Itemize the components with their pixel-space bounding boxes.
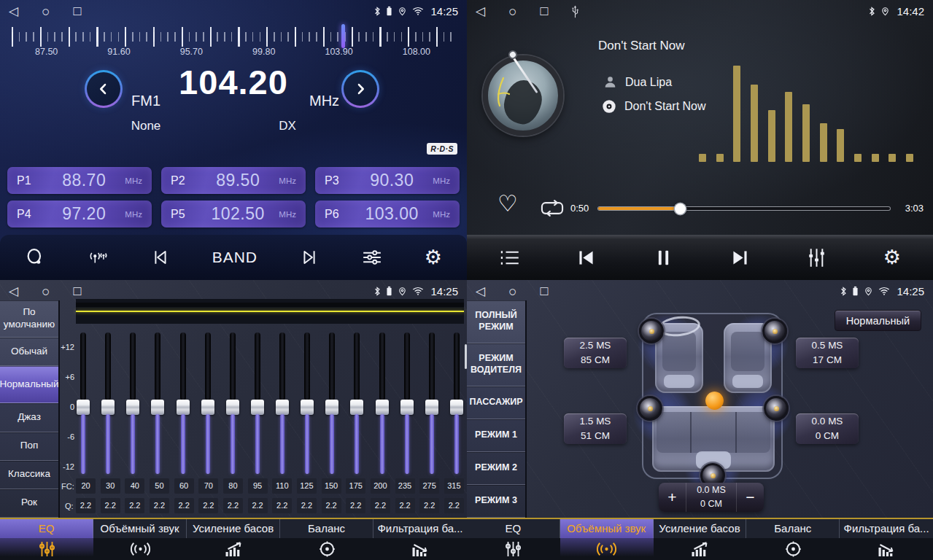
soundfield-mode-item[interactable]: РЕЖИМ ВОДИТЕЛЯ	[467, 343, 525, 386]
recents-icon[interactable]: □	[541, 4, 549, 18]
q-value[interactable]: 2.2	[444, 498, 464, 513]
q-value[interactable]: 2.2	[101, 498, 120, 513]
q-value[interactable]: 2.2	[198, 498, 218, 513]
radio-preset-p6[interactable]: P6103.00MHz	[315, 201, 460, 228]
tab-eq-bars[interactable]: EQ	[0, 519, 93, 560]
q-value[interactable]: 2.2	[297, 498, 317, 513]
fc-value[interactable]: 20	[76, 478, 96, 494]
radio-preset-p5[interactable]: P5102.50MHz	[161, 201, 306, 228]
recents-icon[interactable]: □	[74, 4, 82, 18]
eq-band-slider[interactable]	[150, 332, 165, 475]
q-value[interactable]: 2.2	[174, 498, 194, 513]
back-icon[interactable]: ◁	[9, 5, 18, 18]
q-value[interactable]: 2.2	[395, 498, 415, 513]
repeat-button[interactable]	[540, 198, 565, 221]
eq-preset-item[interactable]: По умолчанию	[0, 300, 58, 338]
soundfield-mode-item[interactable]: РЕЖИМ 2	[467, 452, 525, 485]
q-value[interactable]: 2.2	[272, 498, 292, 513]
tune-down-button[interactable]	[85, 70, 123, 108]
q-value[interactable]: 2.2	[248, 498, 268, 513]
q-value[interactable]: 2.2	[346, 498, 365, 513]
tune-up-button[interactable]	[341, 70, 379, 108]
tab-surround[interactable]: Объёмный звук	[93, 519, 187, 560]
slider-handle[interactable]	[101, 400, 115, 415]
eq-preset-item[interactable]: Джаз	[0, 403, 58, 432]
radio-preset-p1[interactable]: P188.70MHz	[7, 167, 152, 194]
decrease-delay-button[interactable]: −	[736, 483, 764, 512]
eq-band-slider[interactable]	[349, 332, 364, 475]
q-value[interactable]: 2.2	[322, 498, 341, 513]
usb-icon[interactable]	[571, 4, 579, 18]
eq-band-slider[interactable]	[201, 332, 215, 475]
band-button[interactable]: BAND	[212, 249, 258, 266]
slider-handle[interactable]	[151, 400, 164, 415]
recents-icon[interactable]: □	[541, 284, 549, 298]
slider-handle[interactable]	[126, 400, 139, 415]
next-outline-icon[interactable]	[300, 247, 320, 268]
eq-preset-item[interactable]: Классика	[0, 461, 58, 489]
increase-delay-button[interactable]: +	[659, 483, 686, 512]
mixer-h-icon[interactable]	[362, 247, 382, 268]
album-art[interactable]	[483, 55, 563, 136]
home-icon[interactable]: ○	[508, 4, 516, 18]
eq-band-slider[interactable]	[225, 332, 240, 475]
fc-value[interactable]: 50	[150, 478, 169, 494]
radio-preset-p3[interactable]: P390.30MHz	[315, 167, 460, 194]
tab-bass-boost[interactable]: Усиление басов	[187, 519, 280, 560]
soundfield-mode-item[interactable]: ПОЛНЫЙ РЕЖИМ	[467, 300, 525, 343]
tab-filter[interactable]: Фильтрация ба...	[840, 519, 933, 560]
fc-value[interactable]: 110	[272, 478, 292, 494]
q-value[interactable]: 2.2	[76, 498, 96, 513]
eq-preset-item[interactable]: Нормальный	[0, 366, 58, 403]
fc-value[interactable]: 275	[419, 478, 439, 494]
eq-band-slider[interactable]	[275, 332, 290, 475]
fc-value[interactable]: 125	[297, 478, 317, 494]
recents-icon[interactable]: □	[74, 284, 82, 298]
slider-handle[interactable]	[177, 400, 190, 415]
radio-preset-p4[interactable]: P497.20MHz	[7, 201, 152, 228]
tab-filter[interactable]: Фильтрация ба...	[373, 519, 467, 560]
soundfield-mode-item[interactable]: ПАССАЖИР	[467, 386, 525, 419]
broadcast-icon[interactable]	[88, 247, 108, 268]
gear-icon[interactable]: ⚙	[425, 248, 442, 268]
soundfield-mode-item[interactable]: РЕЖИМ 1	[467, 419, 525, 452]
back-icon[interactable]: ◁	[476, 285, 485, 298]
eq-band-slider[interactable]	[176, 332, 190, 475]
slider-handle[interactable]	[226, 400, 239, 415]
fc-value[interactable]: 150	[322, 478, 341, 494]
home-icon[interactable]: ○	[508, 284, 516, 298]
slider-handle[interactable]	[376, 400, 389, 415]
tab-bass-boost[interactable]: Усиление басов	[654, 519, 747, 560]
next-icon[interactable]	[729, 247, 751, 268]
rear-left-delay-button[interactable]: 1.5 MS 51 CM	[564, 413, 627, 444]
mixer-v-icon[interactable]	[806, 247, 827, 268]
tab-eq-bars[interactable]: EQ	[467, 519, 560, 560]
front-right-delay-button[interactable]: 0.5 MS 17 CM	[796, 338, 859, 368]
slider-handle[interactable]	[276, 400, 289, 415]
eq-preset-item[interactable]: Рок	[0, 489, 58, 518]
eq-band-slider[interactable]	[449, 332, 464, 475]
fc-value[interactable]: 175	[346, 478, 365, 494]
eq-preset-item[interactable]: Обычай	[0, 338, 58, 366]
q-value[interactable]: 2.2	[371, 498, 390, 513]
slider-handle[interactable]	[301, 400, 314, 415]
slider-handle[interactable]	[450, 400, 463, 415]
fc-value[interactable]: 30	[101, 478, 120, 494]
eq-preset-item[interactable]: Поп	[0, 432, 58, 461]
playlist-icon[interactable]	[499, 247, 520, 268]
home-icon[interactable]: ○	[42, 284, 50, 298]
fc-value[interactable]: 60	[174, 478, 194, 494]
eq-band-slider[interactable]	[325, 332, 339, 475]
eq-band-slider[interactable]	[76, 332, 90, 475]
scan-icon[interactable]	[25, 247, 45, 268]
slider-handle[interactable]	[425, 400, 438, 415]
back-icon[interactable]: ◁	[476, 5, 485, 18]
fc-value[interactable]: 315	[444, 478, 464, 494]
eq-band-slider[interactable]	[375, 332, 390, 475]
back-icon[interactable]: ◁	[9, 285, 18, 298]
pause-icon[interactable]	[653, 247, 674, 268]
tab-surround[interactable]: Объёмный звук	[560, 519, 654, 560]
fc-value[interactable]: 80	[223, 478, 243, 494]
slider-handle[interactable]	[350, 400, 363, 415]
slider-handle[interactable]	[77, 400, 90, 415]
